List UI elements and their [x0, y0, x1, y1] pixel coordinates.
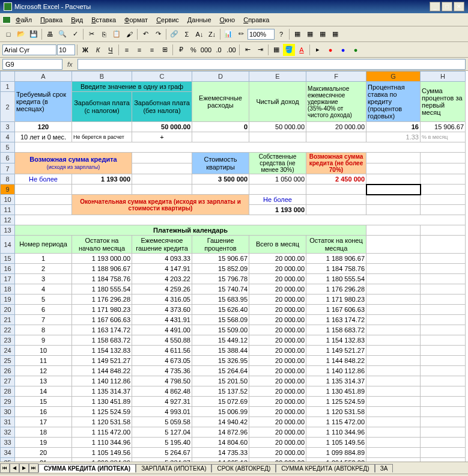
cell[interactable]: 1 193 000	[72, 174, 132, 185]
row-header[interactable]: 20	[1, 305, 15, 315]
cell[interactable]	[421, 356, 466, 366]
row-header[interactable]: 14	[1, 236, 15, 254]
sheet-tab[interactable]: СРОК (АВТОКРЕД)	[211, 464, 276, 472]
cell[interactable]: 20 000.00	[249, 376, 306, 386]
cell[interactable]: 1 180 555.54	[72, 284, 132, 294]
cell[interactable]: Остаток на начало месяца	[72, 236, 132, 254]
menu-window[interactable]: Окно	[216, 15, 239, 25]
cell[interactable]	[366, 325, 421, 335]
extra1-icon[interactable]: ▸	[312, 44, 324, 56]
cell[interactable]: 4 373.60	[132, 305, 192, 315]
cell[interactable]: 120	[15, 122, 72, 132]
zoom-input[interactable]	[248, 29, 275, 40]
row-header[interactable]: 29	[1, 397, 15, 407]
cell[interactable]: 4 798.50	[132, 376, 192, 386]
row-header[interactable]: 35	[1, 458, 15, 462]
cell[interactable]: 15 388.44	[192, 346, 249, 356]
row-header[interactable]: 10	[1, 195, 15, 205]
cell[interactable]: 15 137.52	[192, 386, 249, 397]
cell[interactable]: 15 796.78	[192, 274, 249, 284]
tb-extra2-icon[interactable]: ▦	[304, 28, 316, 40]
cell[interactable]	[15, 195, 72, 205]
cell[interactable]	[366, 417, 421, 427]
comma-icon[interactable]: 000	[200, 44, 212, 56]
cell[interactable]: +	[132, 132, 192, 142]
cell[interactable]	[421, 427, 466, 438]
cell[interactable]	[421, 417, 466, 427]
cell[interactable]: 20 000.00	[249, 284, 306, 294]
cell[interactable]	[366, 448, 421, 458]
cell[interactable]	[421, 153, 466, 163]
cell[interactable]	[249, 185, 306, 195]
cell[interactable]	[366, 174, 421, 185]
cell[interactable]: 4 093.33	[132, 254, 192, 264]
cell[interactable]: 8	[15, 325, 72, 335]
cell[interactable]: % в месяц	[421, 132, 466, 142]
cell[interactable]	[366, 274, 421, 284]
cell[interactable]: 1 144 848.22	[306, 356, 366, 366]
cell[interactable]: 9	[15, 335, 72, 346]
cell[interactable]: 17	[15, 417, 72, 427]
cell[interactable]	[306, 132, 366, 142]
cell[interactable]: 15 449.12	[192, 335, 249, 346]
cell[interactable]	[421, 236, 466, 254]
cell[interactable]: Номер периода	[15, 236, 72, 254]
cell[interactable]: 14 940.42	[192, 417, 249, 427]
tab-last-icon[interactable]: ⏭	[29, 463, 38, 473]
cell[interactable]: 1 135 314.37	[306, 376, 366, 386]
align-left-icon[interactable]: ≡	[121, 44, 133, 56]
tab-first-icon[interactable]: ⏮	[0, 463, 10, 473]
cell[interactable]: 1 149 521.27	[72, 356, 132, 366]
cell[interactable]	[366, 236, 421, 254]
cell[interactable]: 14 665.13	[192, 458, 249, 462]
cell[interactable]: 14 804.60	[192, 438, 249, 448]
redo-icon[interactable]: ↷	[152, 28, 164, 40]
cell[interactable]: 1 140 112.86	[306, 366, 366, 376]
cell[interactable]	[15, 142, 466, 153]
align-right-icon[interactable]: ≡	[146, 44, 158, 56]
font-input[interactable]	[2, 44, 56, 55]
row-header[interactable]: 23	[1, 335, 15, 346]
menu-data[interactable]: Данные	[184, 15, 215, 25]
row-header[interactable]: 26	[1, 366, 15, 376]
new-icon[interactable]: □	[2, 28, 14, 40]
cell[interactable]	[421, 335, 466, 346]
sort-desc-icon[interactable]: Z↓	[206, 28, 218, 40]
row-header[interactable]: 15	[1, 254, 15, 264]
cell[interactable]: 1 140 112.86	[72, 376, 132, 386]
row-header[interactable]: 22	[1, 325, 15, 335]
row-header[interactable]: 21	[1, 315, 15, 325]
cell[interactable]: 4 611.56	[132, 346, 192, 356]
cell[interactable]: 15	[15, 397, 72, 407]
cell[interactable]: 21	[15, 458, 72, 462]
cell[interactable]: 0	[192, 122, 249, 132]
cell[interactable]: Ежемесячное гашение кредита	[132, 236, 192, 254]
row-header[interactable]: 33	[1, 438, 15, 448]
row-header[interactable]: 12	[1, 215, 15, 225]
menu-insert[interactable]: Вставка	[88, 15, 120, 25]
cell[interactable]: 1 158 683.72	[72, 335, 132, 346]
link-icon[interactable]: 🔗	[168, 28, 180, 40]
sheet-tab[interactable]: ЗАРПЛАТА (ИПОТЕКА)	[136, 464, 211, 472]
extra3-icon[interactable]: ●	[337, 44, 349, 56]
save-icon[interactable]: 💾	[28, 28, 40, 40]
cell[interactable]: 3 500 000	[192, 174, 249, 185]
cell[interactable]	[421, 174, 466, 185]
indent-inc-icon[interactable]: ⇥	[254, 44, 266, 56]
dec-decimal-icon[interactable]: .00	[225, 44, 237, 56]
cell[interactable]	[366, 438, 421, 448]
cell[interactable]: 15 683.95	[192, 294, 249, 305]
tb-extra4-icon[interactable]: ▦	[329, 28, 341, 40]
cell[interactable]	[421, 205, 466, 215]
currency-icon[interactable]: ₽	[175, 44, 187, 56]
cell[interactable]: 1	[15, 254, 72, 264]
cell[interactable]: 14	[15, 386, 72, 397]
cell[interactable]: 20 000.00	[249, 356, 306, 366]
cut-icon[interactable]: ✂	[85, 28, 97, 40]
row-header[interactable]: 4	[1, 132, 15, 142]
cell[interactable]	[132, 163, 192, 174]
cell[interactable]	[132, 174, 192, 185]
col-header[interactable]: A	[15, 72, 72, 82]
col-header[interactable]: G	[366, 72, 421, 82]
sort-asc-icon[interactable]: A↓	[193, 28, 205, 40]
